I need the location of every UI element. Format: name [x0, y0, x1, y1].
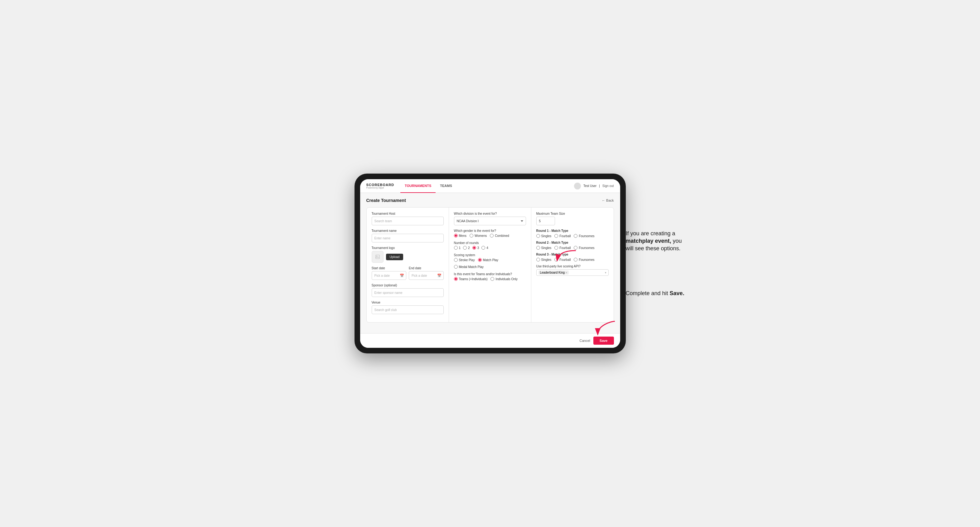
round-1[interactable]: 1	[454, 246, 461, 250]
tab-teams[interactable]: TEAMS	[436, 179, 457, 193]
end-date-group: End date 📅	[409, 267, 444, 280]
calendar-icon-end: 📅	[437, 274, 442, 278]
rounds-label: Number of rounds	[454, 241, 526, 244]
scoring-label: Scoring system	[454, 253, 526, 257]
tablet-frame: SCOREBOARD Powered by clippit TOURNAMENT…	[355, 174, 626, 353]
round3-singles-label: Singles	[541, 258, 552, 262]
round3-singles[interactable]: Singles	[536, 258, 552, 262]
round-3[interactable]: 3	[473, 246, 479, 250]
teams-group: Is this event for Teams and/or Individua…	[454, 272, 526, 281]
scoring-match[interactable]: Match Play	[478, 258, 498, 262]
scoring-medal[interactable]: Medal Match Play	[454, 265, 484, 269]
round1-foursomes[interactable]: Foursomes	[574, 234, 594, 238]
nav-logo-scoreboard: SCOREBOARD	[366, 183, 394, 187]
api-value: Leaderboard King	[540, 271, 565, 274]
arrow-top	[556, 249, 578, 262]
tournament-name-label: Tournament name	[372, 229, 444, 232]
gender-mens-label: Mens	[459, 234, 466, 238]
round-1-label: 1	[459, 246, 461, 250]
api-label: Use third-party live scoring API?	[536, 265, 609, 268]
api-dropdown-icon: ▾	[605, 271, 606, 274]
round1-radio-group: Singles Fourball Foursomes	[536, 234, 609, 238]
annotation-top-bold: matchplay event,	[626, 238, 671, 244]
nav-username: Test User	[583, 184, 597, 187]
tab-tournaments[interactable]: TOURNAMENTS	[400, 179, 436, 193]
venue-group: Venue	[372, 301, 444, 314]
round1-match-type: Round 1 - Match Type Singles Fourball	[536, 229, 609, 238]
round2-singles-label: Singles	[541, 246, 552, 250]
image-icon	[375, 254, 380, 259]
teams-radio-group: Teams (+Individuals) Individuals Only	[454, 277, 526, 281]
round2-match-type: Round 2 - Match Type Singles Fourball	[536, 241, 609, 250]
individuals-only[interactable]: Individuals Only	[490, 277, 518, 281]
nav-tabs: TOURNAMENTS TEAMS	[400, 179, 574, 193]
upload-button[interactable]: Upload	[386, 254, 404, 260]
round1-singles[interactable]: Singles	[536, 234, 552, 238]
sponsor-input[interactable]	[372, 288, 444, 297]
gender-group: Which gender is the event for? Mens Wome…	[454, 229, 526, 238]
start-date-group: Start date 📅	[372, 267, 407, 280]
api-select-tag[interactable]: Leaderboard King × ▾	[536, 269, 609, 276]
nav-separator: |	[599, 184, 600, 187]
round2-singles[interactable]: Singles	[536, 246, 552, 250]
back-link[interactable]: ← Back	[602, 198, 614, 202]
nav-bar: SCOREBOARD Powered by clippit TOURNAMENT…	[360, 179, 620, 193]
round1-fourball-label: Fourball	[559, 234, 571, 238]
max-team-size-input[interactable]	[536, 217, 555, 225]
annotation-top: If you are creating a matchplay event, y…	[626, 230, 688, 252]
round3-foursomes-label: Foursomes	[579, 258, 594, 262]
annotation-bottom-bold: Save.	[670, 290, 684, 297]
cancel-button[interactable]: Cancel	[580, 339, 590, 343]
tournament-name-input[interactable]	[372, 234, 444, 243]
round1-singles-label: Singles	[541, 234, 552, 238]
max-team-size-group: Maximum Team Size	[536, 212, 609, 225]
teams-plus-label: Teams (+Individuals)	[459, 277, 488, 281]
venue-input[interactable]	[372, 305, 444, 314]
gender-radio-group: Mens Womens Combined	[454, 234, 526, 238]
scoring-medal-label: Medal Match Play	[459, 265, 484, 269]
api-tag: Leaderboard King ×	[538, 270, 569, 275]
tournament-host-group: Tournament Host	[372, 212, 444, 225]
individuals-only-label: Individuals Only	[495, 277, 518, 281]
tournament-host-input[interactable]	[372, 217, 444, 225]
division-select[interactable]: NCAA Division I	[454, 217, 526, 225]
rounds-radio-group: 1 2 3	[454, 246, 526, 250]
annotation-bottom: Complete and hit Save.	[626, 290, 688, 297]
scoring-match-label: Match Play	[483, 258, 498, 262]
scoring-group: Scoring system Stroke Play Match Play	[454, 253, 526, 269]
teams-plus-individuals[interactable]: Teams (+Individuals)	[454, 277, 488, 281]
logo-placeholder	[372, 251, 383, 263]
round-4[interactable]: 4	[481, 246, 488, 250]
form-col-2: Which division is the event for? NCAA Di…	[449, 208, 531, 322]
form-col-3: Maximum Team Size Round 1 - Match Type S…	[531, 208, 614, 322]
round1-label: Round 1 - Match Type	[536, 229, 609, 232]
end-date-wrapper: 📅	[409, 271, 444, 280]
round-4-label: 4	[487, 246, 488, 250]
gender-combined-label: Combined	[495, 234, 509, 238]
round-2-label: 2	[468, 246, 470, 250]
round-3-label: 3	[477, 246, 479, 250]
end-date-label: End date	[409, 267, 444, 270]
form-grid: Tournament Host Tournament name Tourname…	[366, 207, 614, 322]
division-group: Which division is the event for? NCAA Di…	[454, 212, 526, 225]
round2-label: Round 2 - Match Type	[536, 241, 609, 244]
gender-womens-label: Womens	[474, 234, 487, 238]
round1-fourball[interactable]: Fourball	[554, 234, 571, 238]
signout-link[interactable]: Sign out	[602, 184, 614, 187]
api-tag-close[interactable]: ×	[566, 271, 567, 274]
save-button[interactable]: Save	[593, 337, 614, 345]
svg-rect-0	[376, 255, 379, 259]
gender-combined[interactable]: Combined	[490, 234, 509, 238]
gender-womens[interactable]: Womens	[469, 234, 487, 238]
tournament-name-group: Tournament name	[372, 229, 444, 243]
round-2[interactable]: 2	[463, 246, 470, 250]
form-col-1: Tournament Host Tournament name Tourname…	[367, 208, 449, 322]
gender-mens[interactable]: Mens	[454, 234, 466, 238]
sponsor-label: Sponsor (optional)	[372, 284, 444, 287]
api-group: Use third-party live scoring API? Leader…	[536, 265, 609, 276]
annotation-top-text1: If you are creating a	[626, 230, 675, 237]
gender-label: Which gender is the event for?	[454, 229, 526, 232]
arrow-bottom	[595, 320, 616, 335]
tournament-logo-label: Tournament logo	[372, 246, 444, 250]
scoring-stroke[interactable]: Stroke Play	[454, 258, 475, 262]
